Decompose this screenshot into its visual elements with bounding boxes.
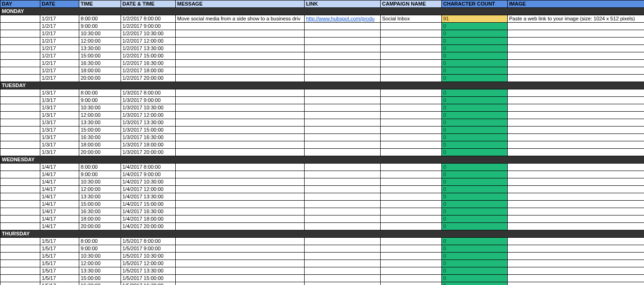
cell-message[interactable] <box>176 164 305 171</box>
table-row[interactable]: 1/2/178:00:001/2/2017 8:00:00Move social… <box>0 15 644 23</box>
cell-datetime[interactable]: 1/4/2017 20:00:00 <box>121 223 176 230</box>
cell-message[interactable]: Move social media from a side show to a … <box>176 15 305 23</box>
cell-day[interactable] <box>0 282 40 285</box>
cell-message[interactable] <box>176 38 305 45</box>
cell-charcount[interactable]: 0 <box>442 134 508 141</box>
table-row[interactable]: 1/5/1712:00:001/5/2017 12:00:000 <box>0 260 644 267</box>
cell-message[interactable] <box>176 253 305 260</box>
cell-date[interactable]: 1/2/17 <box>40 23 79 30</box>
cell-day[interactable] <box>0 186 40 193</box>
cell-date[interactable]: 1/5/17 <box>40 245 79 253</box>
cell-time[interactable]: 9:00:00 <box>79 245 121 253</box>
cell-image[interactable] <box>508 275 644 282</box>
cell-link[interactable] <box>305 134 381 141</box>
cell-image[interactable] <box>508 282 644 285</box>
table-row[interactable]: 1/4/1716:30:001/4/2017 16:30:000 <box>0 208 644 215</box>
table-row[interactable]: 1/3/1715:00:001/3/2017 15:00:000 <box>0 127 644 134</box>
table-row[interactable]: 1/5/1715:00:001/5/2017 15:00:000 <box>0 275 644 282</box>
cell-date[interactable]: 1/3/17 <box>40 89 79 97</box>
cell-charcount[interactable]: 0 <box>442 178 508 186</box>
cell-image[interactable] <box>508 267 644 275</box>
cell-campaign[interactable] <box>381 97 442 104</box>
cell-charcount[interactable]: 0 <box>442 171 508 178</box>
cell-day[interactable] <box>0 267 40 275</box>
cell-image[interactable] <box>508 215 644 223</box>
cell-message[interactable] <box>176 282 305 285</box>
cell-charcount[interactable]: 0 <box>442 97 508 104</box>
cell-time[interactable]: 15:00:00 <box>79 201 121 208</box>
cell-time[interactable]: 13:30:00 <box>79 119 121 127</box>
cell-time[interactable]: 15:00:00 <box>79 275 121 282</box>
cell-charcount[interactable]: 0 <box>442 141 508 149</box>
cell-charcount[interactable]: 0 <box>442 164 508 171</box>
cell-datetime[interactable]: 1/4/2017 12:00:00 <box>121 186 176 193</box>
cell-day[interactable] <box>0 38 40 45</box>
cell-time[interactable]: 16:30:00 <box>79 208 121 215</box>
cell-datetime[interactable]: 1/5/2017 8:00:00 <box>121 238 176 245</box>
table-row[interactable]: 1/3/1720:00:001/3/2017 20:00:000 <box>0 149 644 156</box>
cell-charcount[interactable]: 0 <box>442 119 508 127</box>
cell-charcount[interactable]: 0 <box>442 245 508 253</box>
cell-message[interactable] <box>176 208 305 215</box>
cell-link[interactable]: http://www.hubspot.com/produ <box>305 15 381 23</box>
cell-image[interactable] <box>508 97 644 104</box>
cell-day[interactable] <box>0 238 40 245</box>
cell-campaign[interactable] <box>381 38 442 45</box>
cell-date[interactable]: 1/3/17 <box>40 127 79 134</box>
cell-time[interactable]: 12:00:00 <box>79 112 121 119</box>
cell-datetime[interactable]: 1/2/2017 10:30:00 <box>121 30 176 38</box>
cell-datetime[interactable]: 1/5/2017 12:00:00 <box>121 260 176 267</box>
cell-day[interactable] <box>0 208 40 215</box>
cell-day[interactable] <box>0 30 40 38</box>
table-row[interactable]: 1/3/1713:30:001/3/2017 13:30:000 <box>0 119 644 127</box>
cell-datetime[interactable]: 1/4/2017 16:30:00 <box>121 208 176 215</box>
cell-time[interactable]: 9:00:00 <box>79 97 121 104</box>
cell-datetime[interactable]: 1/3/2017 10:30:00 <box>121 104 176 112</box>
cell-link[interactable] <box>305 60 381 67</box>
cell-campaign[interactable] <box>381 141 442 149</box>
cell-link[interactable] <box>305 253 381 260</box>
cell-message[interactable] <box>176 260 305 267</box>
header-charcount[interactable]: CHARACTER COUNT <box>442 0 508 8</box>
cell-campaign[interactable] <box>381 215 442 223</box>
cell-link[interactable] <box>305 127 381 134</box>
cell-message[interactable] <box>176 275 305 282</box>
cell-campaign[interactable] <box>381 45 442 52</box>
table-row[interactable]: 1/4/1710:30:001/4/2017 10:30:000 <box>0 178 644 186</box>
cell-date[interactable]: 1/2/17 <box>40 30 79 38</box>
table-row[interactable]: 1/2/179:00:001/2/2017 9:00:000 <box>0 23 644 30</box>
cell-campaign[interactable] <box>381 186 442 193</box>
cell-campaign[interactable] <box>381 112 442 119</box>
cell-time[interactable]: 16:30:00 <box>79 134 121 141</box>
cell-charcount[interactable]: 0 <box>442 52 508 60</box>
cell-image[interactable] <box>508 30 644 38</box>
table-row[interactable]: 1/2/1720:00:001/2/2017 20:00:000 <box>0 75 644 82</box>
cell-time[interactable]: 10:30:00 <box>79 104 121 112</box>
cell-link[interactable] <box>305 23 381 30</box>
table-row[interactable]: 1/2/1716:30:001/2/2017 16:30:000 <box>0 60 644 67</box>
table-row[interactable]: 1/5/1710:30:001/5/2017 10:30:000 <box>0 253 644 260</box>
cell-image[interactable] <box>508 134 644 141</box>
cell-campaign[interactable] <box>381 23 442 30</box>
cell-campaign[interactable] <box>381 245 442 253</box>
cell-datetime[interactable]: 1/3/2017 13:30:00 <box>121 119 176 127</box>
cell-link[interactable] <box>305 208 381 215</box>
cell-date[interactable]: 1/4/17 <box>40 208 79 215</box>
cell-message[interactable] <box>176 134 305 141</box>
cell-image[interactable] <box>508 127 644 134</box>
cell-day[interactable] <box>0 253 40 260</box>
cell-time[interactable]: 20:00:00 <box>79 149 121 156</box>
cell-link[interactable] <box>305 45 381 52</box>
link-anchor[interactable]: http://www.hubspot.com/produ <box>306 16 375 21</box>
cell-message[interactable] <box>176 23 305 30</box>
cell-date[interactable]: 1/3/17 <box>40 119 79 127</box>
cell-image[interactable] <box>508 201 644 208</box>
cell-datetime[interactable]: 1/4/2017 13:30:00 <box>121 193 176 201</box>
cell-date[interactable]: 1/5/17 <box>40 253 79 260</box>
cell-time[interactable]: 12:00:00 <box>79 186 121 193</box>
cell-time[interactable]: 10:30:00 <box>79 30 121 38</box>
cell-message[interactable] <box>176 89 305 97</box>
table-row[interactable]: 1/3/179:00:001/3/2017 9:00:000 <box>0 97 644 104</box>
cell-time[interactable]: 15:00:00 <box>79 52 121 60</box>
cell-link[interactable] <box>305 141 381 149</box>
